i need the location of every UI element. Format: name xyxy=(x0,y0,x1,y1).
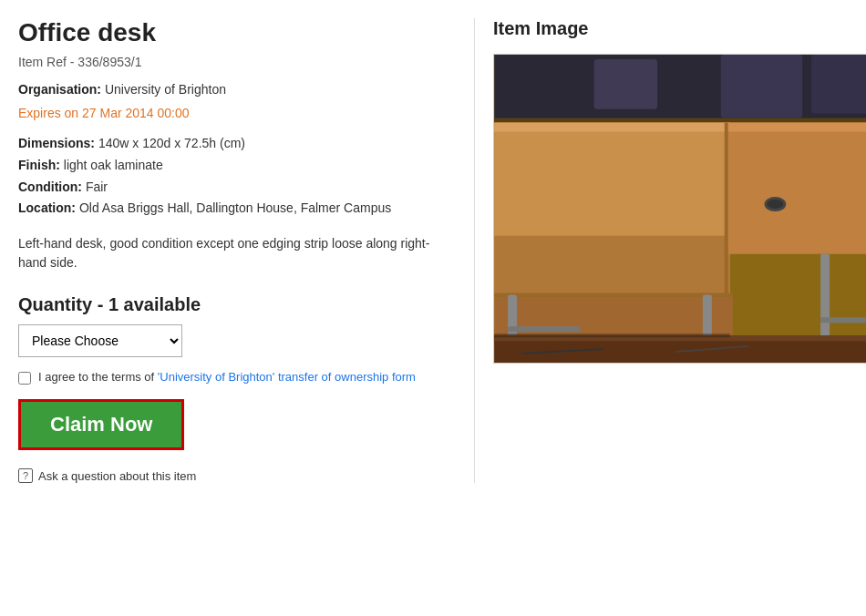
dimensions-row: Dimensions: 140w x 120d x 72.5h (cm) xyxy=(18,133,438,155)
svg-rect-3 xyxy=(811,55,866,114)
svg-marker-7 xyxy=(494,123,729,132)
details-section: Dimensions: 140w x 120d x 72.5h (cm) Fin… xyxy=(18,133,438,220)
item-image xyxy=(493,54,866,364)
claim-now-button[interactable]: Claim Now xyxy=(21,402,181,447)
dimensions-label: Dimensions: xyxy=(18,136,95,150)
item-ref: Item Ref - 336/8953/1 xyxy=(18,55,438,69)
expires-text: Expires on 27 Mar 2014 00:00 xyxy=(18,106,438,120)
svg-rect-12 xyxy=(494,293,732,296)
ask-question-text: Ask a question about this item xyxy=(38,469,196,483)
item-description: Left-hand desk, good condition except on… xyxy=(18,234,438,272)
svg-rect-11 xyxy=(725,123,728,295)
location-row: Location: Old Asa Briggs Hall, Dallingto… xyxy=(18,198,438,220)
finish-row: Finish: light oak laminate xyxy=(18,155,438,177)
svg-rect-4 xyxy=(594,59,658,109)
finish-label: Finish: xyxy=(18,158,60,172)
svg-marker-9 xyxy=(726,123,866,254)
svg-marker-8 xyxy=(494,236,729,295)
image-section-title: Item Image xyxy=(493,18,866,39)
terms-row: I agree to the terms of 'University of B… xyxy=(18,370,438,385)
terms-text-1: I agree to the terms of xyxy=(38,370,158,384)
svg-rect-17 xyxy=(508,326,581,332)
location-label: Location: xyxy=(18,200,76,215)
svg-rect-1 xyxy=(494,55,866,123)
location-value: Old Asa Briggs Hall, Dallington House, F… xyxy=(79,200,391,215)
claim-button-wrapper: Claim Now xyxy=(18,399,184,450)
condition-row: Condition: Fair xyxy=(18,177,438,199)
item-title: Office desk xyxy=(18,18,438,47)
terms-label: I agree to the terms of 'University of B… xyxy=(38,370,416,384)
quantity-section: Quantity - 1 available Please Choose 1 xyxy=(18,294,438,357)
svg-point-15 xyxy=(767,200,783,209)
dimensions-value: 140w x 120d x 72.5h (cm) xyxy=(98,136,245,150)
ask-question-row: ? Ask a question about this item xyxy=(18,468,438,483)
quantity-select[interactable]: Please Choose 1 xyxy=(18,324,182,357)
svg-marker-10 xyxy=(726,123,866,132)
ask-question-link[interactable]: Ask a question about this item xyxy=(38,469,196,483)
right-panel: Item Image xyxy=(474,18,866,483)
svg-rect-19 xyxy=(820,254,830,344)
question-icon: ? xyxy=(18,468,33,483)
svg-rect-2 xyxy=(721,55,802,118)
left-panel: Office desk Item Ref - 336/8953/1 Organi… xyxy=(18,18,438,483)
terms-checkbox[interactable] xyxy=(18,372,31,385)
condition-value: Fair xyxy=(86,180,108,194)
terms-link[interactable]: 'University of Brighton' transfer of own… xyxy=(158,370,416,384)
item-image-container xyxy=(493,54,866,366)
organisation-row: Organisation: University of Brighton xyxy=(18,82,438,97)
organisation-label: Organisation: xyxy=(18,82,101,97)
condition-label: Condition: xyxy=(18,180,82,194)
svg-marker-25 xyxy=(494,334,729,337)
svg-rect-20 xyxy=(820,317,866,323)
page-container: Office desk Item Ref - 336/8953/1 Organi… xyxy=(18,18,848,483)
organisation-value: University of Brighton xyxy=(105,82,226,97)
finish-value: light oak laminate xyxy=(64,158,163,172)
quantity-title: Quantity - 1 available xyxy=(18,294,438,315)
